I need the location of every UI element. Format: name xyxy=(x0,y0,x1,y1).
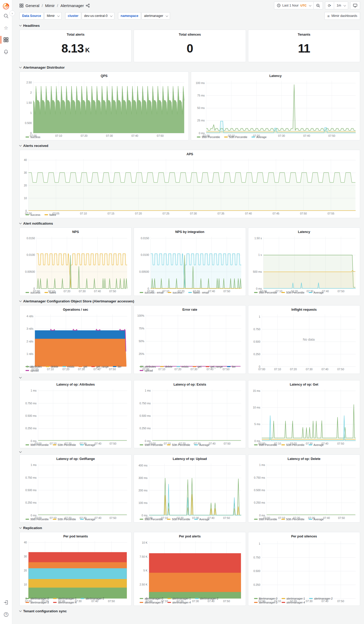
chart-canvas[interactable]: 07:0007:1007:2007:3007:4007:5000.2500.50… xyxy=(250,540,358,596)
sidebar-item-alerting[interactable] xyxy=(0,46,12,58)
legend-item[interactable]: success xyxy=(25,291,40,294)
legend-item[interactable]: Average xyxy=(80,443,95,446)
legend-item[interactable]: iter xyxy=(227,365,236,368)
legend-item[interactable]: delete xyxy=(46,365,58,368)
section-latency-row-1[interactable] xyxy=(20,377,360,378)
panel-title[interactable]: Latency of op: Delete xyxy=(250,456,358,462)
chart-canvas[interactable]: 07:0007:1007:2007:3007:4007:500%25%50%75… xyxy=(136,313,243,365)
sidebar-item-sign-out[interactable] xyxy=(0,596,12,608)
panel-title[interactable]: Per pod tenants xyxy=(22,533,129,540)
chart-canvas[interactable]: 07:0007:0507:1007:1507:2007:2507:3007:35… xyxy=(22,157,358,213)
legend-item[interactable]: alertmanager-0 xyxy=(25,597,49,600)
sidebar-item-favorites[interactable]: ☆ xyxy=(0,22,12,34)
sidebar-item-dashboards[interactable] xyxy=(0,34,12,46)
mimir-dashboards-button[interactable]: ≡ Mimir dashboards xyxy=(324,12,360,20)
section-notifications[interactable]: Alert notifications xyxy=(20,222,360,225)
legend-item[interactable]: alertmanager-3 xyxy=(140,601,163,604)
time-range-picker[interactable]: Last 1 hour UTC xyxy=(274,2,314,9)
share-icon[interactable] xyxy=(86,4,90,8)
legend-item[interactable]: attributes xyxy=(140,365,156,368)
legend-item[interactable]: Average xyxy=(309,291,324,294)
legend-item[interactable]: 50th Percentile xyxy=(281,291,304,294)
chart-canvas[interactable]: 07:0007:1007:2007:3007:4007:500 ms500 ms… xyxy=(250,235,358,290)
legend-item[interactable]: Average xyxy=(309,443,324,446)
chart-canvas[interactable]: 07:0007:1007:2007:3007:4007:5000.2500.50… xyxy=(250,313,358,372)
sidebar-item-help[interactable]: ? xyxy=(0,608,12,620)
panel-title[interactable]: QPS xyxy=(22,73,186,79)
legend-item[interactable]: failed - email xyxy=(188,291,209,294)
legend-item[interactable]: upload xyxy=(140,369,153,372)
legend-item[interactable]: 99th Percentile xyxy=(254,518,277,521)
legend-item[interactable]: exists xyxy=(177,365,188,368)
legend-item[interactable]: get_range xyxy=(91,365,108,368)
legend-item[interactable]: success xyxy=(25,135,40,139)
chart-canvas[interactable]: 07:0007:1007:2007:3007:4007:5000.005000.… xyxy=(136,235,243,290)
legend-item[interactable]: Average xyxy=(80,518,95,521)
panel-title[interactable]: Latency of op: Upload xyxy=(136,456,243,462)
chart-canvas[interactable]: 07:0007:1007:2007:3007:4007:5000.005000.… xyxy=(22,235,129,290)
legend-item[interactable]: Average xyxy=(309,518,324,521)
legend-item[interactable]: delete xyxy=(160,365,173,368)
refresh-interval-picker[interactable]: 1m xyxy=(334,2,348,9)
zoom-out-button[interactable] xyxy=(314,2,323,9)
legend-item[interactable]: get xyxy=(79,365,87,368)
section-alerts-received[interactable]: Alerts received xyxy=(20,144,360,148)
cycle-view-button[interactable] xyxy=(350,2,360,9)
section-objstore[interactable]: Alertmanager Configuration Object Store … xyxy=(20,299,360,303)
panel-title[interactable]: Latency of op: GetRange xyxy=(22,456,129,462)
breadcrumb[interactable]: General / Mimir / Alertmanager xyxy=(20,3,90,8)
legend-item[interactable]: success xyxy=(25,213,40,216)
panel-title[interactable]: Latency of op: Exists xyxy=(136,381,243,388)
legend-item[interactable]: get xyxy=(193,365,202,368)
legend-item[interactable]: alertmanager-3 xyxy=(25,601,49,604)
refresh-button[interactable]: ⟳ xyxy=(325,2,334,9)
legend-item[interactable]: exists xyxy=(62,365,74,368)
legend-item[interactable]: Average xyxy=(194,518,209,521)
chart-canvas[interactable]: 07:0007:1007:2007:3007:4007:5000.50011.5… xyxy=(22,79,186,135)
legend-item[interactable]: alertmanager-2 xyxy=(195,597,218,600)
panel-title[interactable]: Per pod alerts xyxy=(136,533,243,540)
panel-title[interactable]: Operations / sec xyxy=(22,307,129,313)
chart-canvas[interactable]: 07:0007:1007:2007:3007:4007:500 ms0.250 … xyxy=(22,462,129,517)
section-distributor[interactable]: Alertmanager Distributor xyxy=(20,66,360,69)
legend-item[interactable]: 99th Percentile xyxy=(254,291,277,294)
legend-item[interactable]: 50th Percentile xyxy=(281,518,304,521)
legend-item[interactable]: alertmanager-0 xyxy=(254,597,277,600)
legend-item[interactable]: 99th Percentile xyxy=(140,518,163,521)
legend-item[interactable]: alertmanager-1 xyxy=(282,597,305,600)
legend-item[interactable]: 99th Percentile xyxy=(25,443,49,446)
legend-item[interactable]: failed xyxy=(44,213,56,216)
chart-canvas[interactable]: 07:0007:1007:2007:3007:4007:50010203040 xyxy=(22,540,129,596)
chart-canvas[interactable]: 07:0007:1007:2007:3007:4007:500 rd/s1 rd… xyxy=(22,313,129,365)
legend-item[interactable]: 99th Percentile xyxy=(254,443,277,446)
chart-canvas[interactable]: 07:0007:1007:2007:3007:4007:500 ms25 ms5… xyxy=(193,79,358,135)
panel-title[interactable]: Per pod silences xyxy=(250,533,358,540)
legend-item[interactable]: success - xyxy=(168,291,184,294)
legend-item[interactable]: alertmanager-4 xyxy=(167,601,191,604)
legend-item[interactable]: alertmanager-0 xyxy=(140,597,163,600)
chart-canvas[interactable]: 07:0007:1007:2007:3007:4007:5002.50 K5 K… xyxy=(136,540,243,596)
panel-title[interactable]: Latency of op: Attributes xyxy=(22,381,129,388)
legend-item[interactable]: alertmanager-2 xyxy=(309,597,333,600)
legend-item[interactable]: alertmanager-1 xyxy=(167,597,191,600)
var-namespace-value[interactable]: alertmanager xyxy=(141,12,170,20)
panel-title[interactable]: Tenants xyxy=(250,31,358,36)
panel-title[interactable]: APS xyxy=(22,151,358,157)
panel-title[interactable]: Latency xyxy=(250,229,358,235)
breadcrumb-page[interactable]: Alertmanager xyxy=(60,3,84,8)
legend-item[interactable]: 50th Percentile xyxy=(224,135,247,139)
panel-title[interactable]: Error rate xyxy=(136,307,243,313)
legend-item[interactable]: alertmanager-1 xyxy=(53,597,76,600)
legend-item[interactable]: 99th Percentile xyxy=(197,135,220,139)
legend-item[interactable]: 99th Percentile xyxy=(140,443,163,446)
chart-canvas[interactable]: 07:0007:1007:2007:3007:4007:500 ms0.250 … xyxy=(250,462,358,517)
panel-title[interactable]: NPS by integration xyxy=(136,229,243,235)
legend-item[interactable]: attributes xyxy=(25,365,42,368)
legend-item[interactable]: 50th Percentile xyxy=(167,518,190,521)
legend-item[interactable]: get_range xyxy=(206,365,223,368)
section-headlines[interactable]: Headlines xyxy=(20,24,360,28)
breadcrumb-folder[interactable]: General xyxy=(25,3,39,8)
section-latency-row-2[interactable] xyxy=(20,452,360,452)
legend-item[interactable]: success - email xyxy=(140,291,163,294)
section-replication[interactable]: Replication xyxy=(20,526,360,530)
